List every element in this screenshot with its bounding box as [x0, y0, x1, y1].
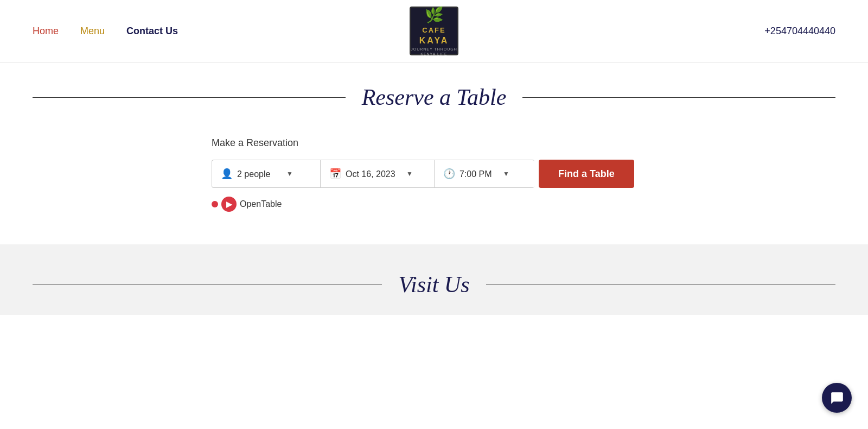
reservation-label: Make a Reservation: [212, 137, 868, 149]
footer-title: Visit Us: [382, 272, 486, 298]
opentable-brand: ▶ OpenTable: [212, 197, 868, 212]
opentable-dot: [212, 201, 218, 207]
reservation-controls: 👤 2 people 1 person 3 people 4 people 5 …: [212, 160, 868, 188]
nav-menu[interactable]: Menu: [80, 26, 105, 37]
logo-sub-text: JOURNEY THROUGH KENYA LIFE: [411, 47, 457, 56]
opentable-icon: ▶: [221, 197, 237, 212]
phone-number: +254704440440: [764, 26, 835, 37]
calendar-icon: 📅: [329, 168, 341, 180]
chat-icon: [830, 391, 844, 405]
date-selector[interactable]: 📅 Oct 16, 2023 Oct 17, 2023 Oct 18, 2023…: [320, 160, 434, 188]
people-select-input[interactable]: 2 people 1 person 3 people 4 people 5 pe…: [237, 169, 280, 179]
site-logo[interactable]: 🌿 CAFE KAYA JOURNEY THROUGH KENYA LIFE: [410, 7, 458, 55]
date-chevron-icon: ▼: [406, 170, 413, 178]
title-line-right: [522, 97, 835, 98]
logo-kaya-text: KAYA: [419, 35, 449, 47]
find-table-button[interactable]: Find a Table: [539, 160, 634, 188]
people-chevron-icon: ▼: [286, 170, 293, 178]
person-icon: 👤: [221, 168, 233, 180]
main-content: Reserve a Table Make a Reservation 👤 2 p…: [0, 62, 868, 244]
reservation-section: Make a Reservation 👤 2 people 1 person 3…: [0, 132, 868, 244]
people-selector[interactable]: 👤 2 people 1 person 3 people 4 people 5 …: [212, 160, 320, 188]
title-line-left: [33, 97, 346, 98]
logo-leaf-icon: 🌿: [425, 5, 444, 25]
footer: Visit Us: [0, 244, 868, 315]
section-title: Reserve a Table: [346, 84, 523, 110]
clock-icon: 🕐: [443, 168, 455, 180]
section-title-row: Reserve a Table: [0, 84, 868, 110]
opentable-text: OpenTable: [240, 199, 282, 209]
time-select-input[interactable]: 7:00 PM 5:00 PM 5:30 PM 6:00 PM 6:30 PM …: [459, 169, 496, 179]
time-selector[interactable]: 🕐 7:00 PM 5:00 PM 5:30 PM 6:00 PM 6:30 P…: [434, 160, 534, 188]
footer-line-left: [33, 285, 382, 285]
footer-line-right: [486, 285, 835, 285]
footer-title-row: Visit Us: [0, 272, 868, 298]
nav-contact[interactable]: Contact Us: [126, 26, 178, 37]
time-chevron-icon: ▼: [503, 170, 509, 178]
date-select-input[interactable]: Oct 16, 2023 Oct 17, 2023 Oct 18, 2023: [346, 169, 400, 179]
main-nav: Home Menu Contact Us: [33, 26, 178, 37]
logo-cafe-text: CAFE: [422, 26, 445, 35]
header: Home Menu Contact Us 🌿 CAFE KAYA JOURNEY…: [0, 0, 868, 62]
chat-button[interactable]: [822, 383, 852, 413]
nav-home[interactable]: Home: [33, 26, 59, 37]
